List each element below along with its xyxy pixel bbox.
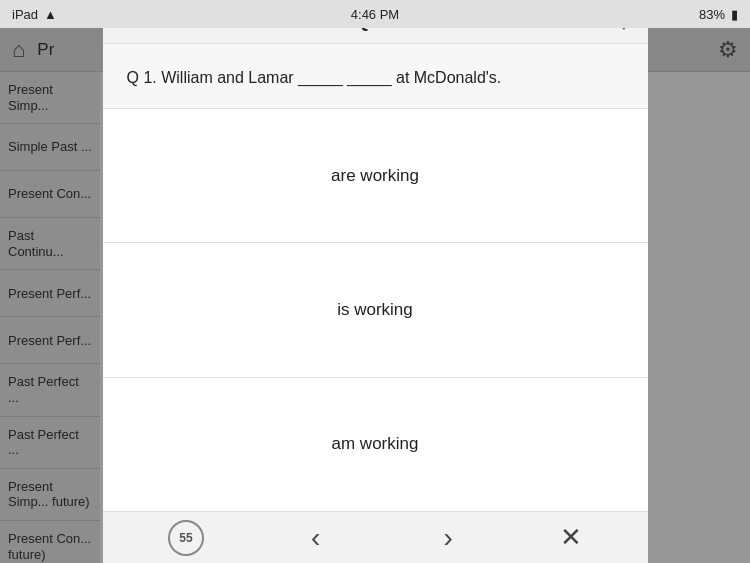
answer-option-2[interactable]: is working (103, 243, 648, 377)
wifi-icon: ▲ (44, 7, 57, 22)
status-time: 4:46 PM (351, 7, 399, 22)
next-button[interactable]: › (428, 518, 469, 558)
answer-option-3[interactable]: am working (103, 378, 648, 511)
status-bar: iPad ▲ 4:46 PM 83% ▮ (0, 0, 750, 28)
battery-icon: ▮ (731, 7, 738, 22)
answer-option-1[interactable]: are working (103, 109, 648, 243)
modal-overlay: Quiz ⚙ Q 1. William and Lamar _____ ____… (0, 0, 750, 563)
answers-list: are working is working am working (103, 109, 648, 511)
question-area: Q 1. William and Lamar _____ _____ at Mc… (103, 44, 648, 109)
quiz-modal: Quiz ⚙ Q 1. William and Lamar _____ ____… (103, 0, 648, 563)
status-right: 83% ▮ (699, 7, 738, 22)
carrier-label: iPad (12, 7, 38, 22)
question-text: Q 1. William and Lamar _____ _____ at Mc… (127, 69, 502, 86)
status-left: iPad ▲ (12, 7, 57, 22)
prev-button[interactable]: ‹ (295, 518, 336, 558)
modal-footer: 55 ‹ › ✕ (103, 511, 648, 563)
close-button[interactable]: ✕ (560, 522, 582, 553)
question-counter[interactable]: 55 (168, 520, 204, 556)
battery-label: 83% (699, 7, 725, 22)
